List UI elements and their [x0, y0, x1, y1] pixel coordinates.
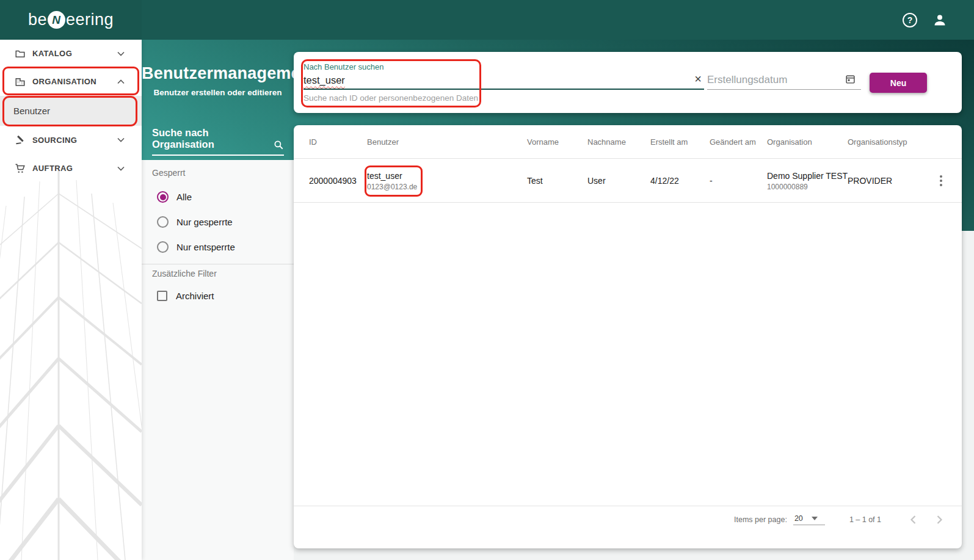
cell-erstellt-am: 4/12/22: [650, 176, 710, 186]
sidebar-subitem-label: Benutzer: [13, 106, 50, 116]
sidebar-item-organisation[interactable]: ORGANISATION: [0, 67, 142, 96]
cell-nachname: User: [587, 176, 650, 186]
sidebar-item-auftrag[interactable]: AUFTRAG: [0, 154, 142, 183]
sidebar-item-sourcing[interactable]: SOURCING: [0, 126, 142, 154]
sidebar: KATALOG ORGANISATION Benutzer SOURCING: [0, 40, 142, 560]
sidebar-item-label: ORGANISATION: [32, 77, 96, 86]
new-user-button[interactable]: Neu: [870, 73, 927, 93]
radio-button-icon: [157, 241, 169, 253]
logo-n-circle-icon: N: [48, 11, 65, 29]
logo-block: be N eering: [0, 0, 142, 40]
page-range-label: 1 – 1 of 1: [849, 515, 881, 524]
column-header-erstellt-am[interactable]: Erstellt am: [650, 137, 710, 147]
shopping-cart-icon: [15, 163, 26, 174]
radio-alle[interactable]: Alle: [157, 191, 192, 203]
column-header-benutzer[interactable]: Benutzer: [367, 137, 527, 147]
radio-nur-gesperrte[interactable]: Nur gesperrte: [157, 216, 233, 228]
radio-button-icon: [157, 216, 169, 228]
locked-section-label: Gesperrt: [152, 168, 185, 178]
page-size-select[interactable]: 20: [793, 514, 825, 525]
skyscraper-watermark-image: [0, 169, 142, 560]
chevron-down-icon: [117, 166, 125, 171]
app-window: be N eering ?: [0, 0, 974, 560]
creation-date-input[interactable]: Erstellungsdatum: [707, 74, 787, 86]
user-search-card: Nach Benutzer suchen test_user Suche nac…: [294, 52, 962, 113]
search-icon: [273, 139, 284, 150]
additional-filters-label: Zusätzliche Filter: [152, 269, 217, 278]
items-per-page-label: Items per page:: [734, 515, 787, 524]
column-header-nachname[interactable]: Nachname: [587, 137, 650, 147]
building-icon: [15, 76, 26, 87]
cell-benutzer: test_user 0123@0123.de: [367, 170, 527, 191]
cell-organisationstyp: PROVIDER: [848, 176, 920, 186]
user-search-label: Nach Benutzer suchen: [303, 62, 384, 71]
organisation-search-placeholder: Suche nach Organisation: [152, 127, 273, 150]
sidebar-item-benutzer[interactable]: Benutzer: [0, 96, 142, 126]
users-table-card: ID Benutzer Vorname Nachname Erstellt am…: [294, 125, 962, 548]
user-search-underline: [303, 89, 704, 90]
clear-search-icon[interactable]: ×: [692, 73, 704, 85]
logo-text-pre: be: [28, 10, 47, 29]
cell-geaendert-am: -: [710, 176, 767, 186]
user-account-icon[interactable]: [932, 13, 947, 27]
page-title: Benutzermanagement: [142, 64, 294, 83]
top-bar: be N eering ?: [0, 0, 974, 40]
chevron-down-icon: [117, 137, 125, 142]
sidebar-item-label: AUFTRAG: [32, 164, 73, 173]
cell-org-name: Demo Supplier TEST: [767, 170, 848, 181]
chevron-up-icon: [117, 79, 125, 84]
sidebar-item-label: SOURCING: [32, 136, 77, 145]
radio-button-icon: [157, 191, 169, 203]
column-header-id[interactable]: ID: [309, 137, 367, 147]
beneering-logo: be N eering: [28, 10, 114, 29]
table-header-row: ID Benutzer Vorname Nachname Erstellt am…: [294, 125, 962, 159]
cell-organisation: Demo Supplier TEST 1000000889: [767, 170, 848, 191]
page-heading: Benutzermanagement Benutzer erstellen od…: [142, 64, 294, 97]
organisation-search-field[interactable]: Suche nach Organisation: [152, 133, 284, 156]
topbar-actions: ?: [903, 0, 947, 40]
row-actions-kebab-icon[interactable]: [940, 175, 942, 186]
folder-icon: [15, 48, 26, 59]
gavel-icon: [15, 134, 26, 145]
table-row[interactable]: 2000004903 test_user 0123@0123.de Test U…: [294, 159, 962, 203]
page-size-value: 20: [794, 514, 803, 523]
logo-text-post: eering: [66, 10, 114, 29]
paginator: Items per page: 20 1 – 1 of 1: [294, 506, 962, 533]
previous-page-icon[interactable]: [908, 514, 919, 525]
radio-nur-entsperrte[interactable]: Nur entsperrte: [157, 241, 235, 253]
cell-id: 2000004903: [309, 176, 367, 186]
column-header-vorname[interactable]: Vorname: [527, 137, 587, 147]
column-header-organisation[interactable]: Organisation: [767, 137, 848, 147]
cell-vorname: Test: [527, 176, 587, 186]
column-header-organisationstyp[interactable]: Organisationstyp: [848, 137, 920, 147]
cell-email: 0123@0123.de: [367, 183, 527, 191]
filter-divider: [142, 264, 294, 264]
page-subtitle: Benutzer erstellen oder editieren: [142, 88, 294, 97]
user-search-input[interactable]: test_user: [303, 75, 345, 86]
sidebar-item-label: KATALOG: [32, 49, 72, 58]
creation-date-underline: [707, 89, 861, 90]
help-icon[interactable]: ?: [903, 13, 917, 27]
sidebar-item-katalog[interactable]: KATALOG: [0, 40, 142, 67]
calendar-icon[interactable]: [845, 74, 856, 84]
next-page-icon[interactable]: [934, 514, 945, 525]
column-header-geaendert-am[interactable]: Geändert am: [710, 137, 767, 147]
checkbox-archiviert[interactable]: Archiviert: [157, 291, 214, 301]
chevron-down-icon: [117, 51, 125, 56]
cell-username: test_user: [367, 170, 527, 181]
dropdown-arrow-icon: [812, 517, 818, 520]
user-search-helper-text: Suche nach ID oder personenbezogenen Dat…: [303, 93, 478, 103]
filter-panel: Gesperrt Alle Nur gesperrte Nur entsperr…: [142, 160, 294, 560]
cell-org-number: 1000000889: [767, 183, 848, 191]
checkbox-icon: [157, 291, 167, 301]
